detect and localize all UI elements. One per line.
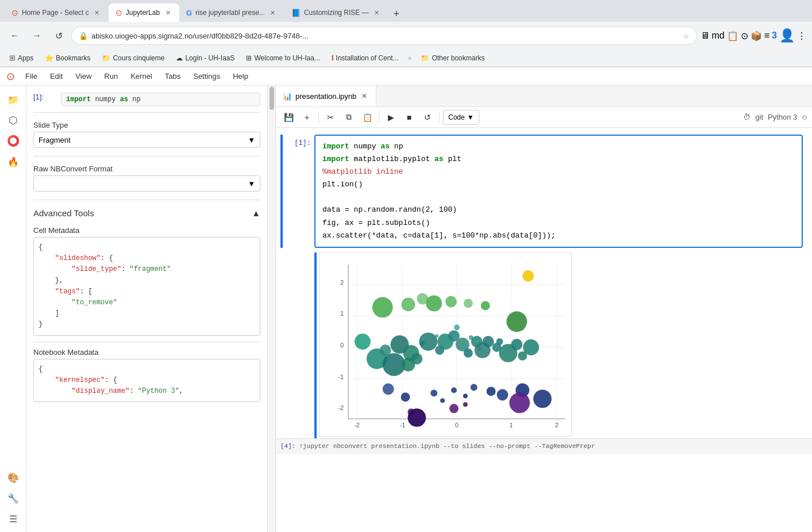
bookmarks-more-icon[interactable]: » <box>408 54 412 62</box>
cut-button[interactable]: ✂ <box>322 109 338 125</box>
code-line-2: import matplotlib.pyplot as plt <box>322 153 795 166</box>
as-keyword: as <box>120 95 128 104</box>
svg-point-55 <box>430 389 437 396</box>
paste-button[interactable]: 📋 <box>359 109 375 125</box>
tab4-close-icon[interactable]: ✕ <box>372 8 382 17</box>
svg-point-66 <box>463 402 468 407</box>
brace-open: { <box>39 243 43 251</box>
ext5-icon[interactable]: 📦 <box>751 30 762 41</box>
run-button[interactable]: ▶ <box>383 109 399 125</box>
code-cell-content[interactable]: import numpy as np import matplotlib.pyp… <box>314 135 803 248</box>
bookmark-cours[interactable]: 📁 Cours cinquieme <box>97 53 169 63</box>
rise-cell-input: [1]: import numpy as np <box>33 93 260 106</box>
sidebar-icon-extensions[interactable]: ⬡ <box>4 111 22 129</box>
scatter-plot-container: 2 1 0 -1 -2 -2 -1 0 1 2 <box>319 252 572 438</box>
ext2-icon[interactable]: md <box>712 30 725 41</box>
lock-icon: 🔒 <box>79 32 88 40</box>
tab-homepage[interactable]: ⊙ Home Page - Select c ✕ <box>5 3 109 22</box>
slide-type-section: Slide Type Fragment ▼ <box>33 118 260 150</box>
bookmark-welcome[interactable]: ⊞ Welcome to UH-Iaa... <box>241 53 324 63</box>
ext6-icon[interactable]: ≡ <box>764 30 769 41</box>
svg-point-56 <box>440 398 445 403</box>
back-button[interactable]: ← <box>6 26 24 45</box>
notebook-tab-presentation[interactable]: 📊 presentation.ipynb ✕ <box>276 86 376 106</box>
notebook-tab-label: presentation.ipynb <box>295 92 356 101</box>
tab1-close-icon[interactable]: ✕ <box>93 8 102 17</box>
svg-point-71 <box>454 324 460 330</box>
raw-nbconvert-dropdown[interactable]: ▼ <box>33 175 260 192</box>
profile-icon[interactable]: 3 <box>772 30 777 41</box>
brace-close: } <box>39 320 43 328</box>
restart-button[interactable]: ↺ <box>420 109 436 125</box>
stop-button[interactable]: ■ <box>401 109 417 125</box>
url-bar[interactable]: 🔒 abisko.uiogeo-apps.sigma2.no/user/df0b… <box>71 26 697 45</box>
git-label: git <box>755 113 763 121</box>
menu-help[interactable]: Help <box>227 70 254 83</box>
copy-button[interactable]: ⧉ <box>341 109 357 125</box>
rise-cell-code: import numpy as np <box>61 93 260 106</box>
menu-settings[interactable]: Settings <box>187 70 226 83</box>
menu-icon[interactable]: ⋮ <box>797 30 806 41</box>
tab3-close-icon[interactable]: ✕ <box>268 8 278 17</box>
bookmark-installation-label: Installation of Cent... <box>336 54 398 62</box>
bookmark-apps[interactable]: ⊞ Apps <box>5 52 38 63</box>
notebook-metadata-box[interactable]: { "kernelspec": { "display_name": "Pytho… <box>33 359 260 403</box>
code-line-3: %matplotlib inline <box>322 166 795 178</box>
advanced-tools-header[interactable]: Advanced Tools ▲ <box>33 206 260 220</box>
avatar-icon[interactable]: 👤 <box>779 28 795 43</box>
rise-cell-number: [1]: <box>33 93 56 101</box>
ext1-icon[interactable]: 🖥 <box>701 30 710 41</box>
reload-button[interactable]: ↺ <box>49 26 68 45</box>
menu-kernel[interactable]: Kernel <box>125 70 158 83</box>
svg-point-43 <box>523 339 539 355</box>
bookmark-login[interactable]: ☁ Login - UH-IaaS <box>171 53 239 63</box>
sidebar-icon-toc[interactable]: ☰ <box>4 510 22 528</box>
star-icon[interactable]: ☆ <box>683 32 690 40</box>
save-button[interactable]: 💾 <box>280 109 297 125</box>
svg-point-58 <box>463 393 468 398</box>
tab-customizing-rise[interactable]: 📘 Customizing RISE — ✕ <box>284 3 388 22</box>
svg-point-45 <box>401 297 415 311</box>
menu-tabs[interactable]: Tabs <box>159 70 186 83</box>
svg-point-65 <box>449 404 459 413</box>
terminal-row: [4]: !jupyter nbconvert presentation.ipy… <box>276 438 812 454</box>
forward-button[interactable]: → <box>28 26 46 45</box>
svg-text:-2: -2 <box>338 404 344 411</box>
notebook-tab-close-icon[interactable]: ✕ <box>360 91 369 101</box>
bookmark-installation[interactable]: I Installation of Cent... <box>327 53 403 63</box>
tab-rise[interactable]: G rise jupyterlabl prese... ✕ <box>179 3 284 22</box>
divider3 <box>33 200 260 200</box>
sidebar-icon-running[interactable]: ⭕ <box>4 132 22 150</box>
svg-point-39 <box>496 338 503 345</box>
divider1 <box>33 112 260 113</box>
apps-grid-icon: ⊞ <box>9 53 16 62</box>
nb-val-python3: "Python 3" <box>138 387 179 395</box>
svg-point-49 <box>464 298 473 308</box>
url-text: abisko.uiogeo-apps.sigma2.no/user/df0bb8… <box>91 32 679 40</box>
menu-file[interactable]: File <box>20 70 43 83</box>
menu-edit[interactable]: Edit <box>44 70 68 83</box>
svg-point-54 <box>401 392 410 401</box>
tab2-close-icon[interactable]: ✕ <box>163 8 172 17</box>
bookmark-other[interactable]: 📁 Other bookmarks <box>416 53 489 63</box>
sidebar-icon-theme[interactable]: 🎨 <box>4 468 22 487</box>
sidebar-icon-property[interactable]: 🔧 <box>4 489 22 507</box>
notebook-area: 📊 presentation.ipynb ✕ 💾 + ✂ ⧉ 📋 ▶ ■ ↺ C… <box>276 86 812 532</box>
bookmark-bookmarks[interactable]: ⭐ Bookmarks <box>40 53 95 63</box>
slide-type-dropdown[interactable]: Fragment ▼ <box>33 132 260 148</box>
ext4-icon[interactable]: ⊙ <box>741 30 748 41</box>
rise-scrollbar[interactable] <box>268 86 276 532</box>
add-cell-button[interactable]: + <box>299 109 315 125</box>
menu-run[interactable]: Run <box>98 70 124 83</box>
divider2 <box>33 156 260 156</box>
cell-metadata-box[interactable]: { "slideshow": { "slide_type": "fragment… <box>33 237 260 336</box>
menu-view[interactable]: View <box>70 70 97 83</box>
sidebar-icon-commands[interactable]: 🔥 <box>4 152 22 171</box>
tab-jupyterlab[interactable]: ⊙ JupyterLab ✕ <box>109 3 179 22</box>
sidebar-icon-files[interactable]: 📁 <box>4 90 22 109</box>
new-tab-button[interactable]: + <box>388 6 405 22</box>
svg-point-68 <box>407 408 426 427</box>
cell-type-select[interactable]: Code ▼ <box>443 110 479 125</box>
ext3-icon[interactable]: 📋 <box>727 30 738 41</box>
cell-metadata-label: Cell Metadata <box>33 226 260 235</box>
